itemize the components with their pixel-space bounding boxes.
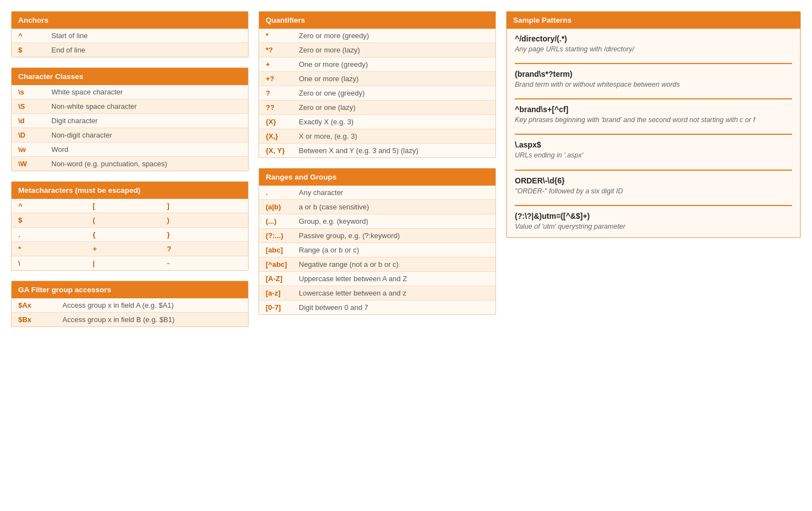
cc-row-2: \d Digit character: [12, 114, 248, 128]
sample-pattern-3: \.aspx$: [515, 140, 792, 149]
sample-desc-1: Brand term with or without whitespace be…: [515, 80, 792, 89]
rg-symbol-0: .: [266, 188, 299, 197]
q-symbol-7: {X,}: [266, 132, 299, 140]
meta-row-3: * + ?: [12, 242, 248, 256]
metacharacters-body: ^ [ ] $ ( ) . { } * + ?: [12, 199, 248, 270]
q-row-5: ?? Zero or one (lazy): [259, 101, 495, 115]
rg-desc-4: Range (a or b or c): [299, 246, 359, 254]
q-row-2: + One or more (greedy): [259, 57, 495, 72]
rg-row-0: . Any character: [259, 186, 495, 200]
cc-symbol-0: \s: [18, 88, 51, 96]
anchor-row-0: ^ Start of line: [12, 29, 248, 43]
rg-desc-6: Uppercase letter between A and Z: [299, 275, 407, 283]
meta-c3-3: ?: [167, 245, 241, 253]
ranges-header: Ranges and Groups: [259, 168, 495, 186]
rg-row-5: [^abc] Negative range (not a or b or c): [259, 257, 495, 272]
sample-item-4: ORDER\-\d{6} "ORDER-" followed by a six …: [515, 176, 792, 196]
rg-desc-3: Passive group, e.g. (?:keyword): [299, 231, 400, 240]
rg-row-2: (...) Group, e.g. (keyword): [259, 214, 495, 229]
character-classes-header: Character Classes: [12, 68, 248, 85]
ga-row-1: $Bx Access group x in field B (e.g. $B1): [12, 313, 248, 326]
sample-desc-4: "ORDER-" followed by a six digit ID: [515, 186, 792, 196]
metacharacters-section: Metacharacters (must be escaped) ^ [ ] $…: [11, 181, 249, 271]
cc-desc-0: White space character: [51, 88, 123, 96]
cc-desc-4: Word: [51, 145, 68, 154]
rg-symbol-2: (...): [266, 217, 299, 225]
metacharacters-header: Metacharacters (must be escaped): [12, 182, 248, 199]
sample-patterns-section: Sample Patterns ^/directory/(.*) Any pag…: [506, 11, 801, 238]
meta-c2-2: {: [93, 230, 167, 239]
q-symbol-3: +?: [266, 75, 299, 83]
meta-row-0: ^ [ ]: [12, 199, 248, 213]
rg-symbol-4: [abc]: [266, 246, 299, 254]
cc-row-0: \s White space character: [12, 85, 248, 99]
cc-desc-3: Non-digit character: [51, 131, 112, 139]
anchor-symbol-0: ^: [18, 31, 51, 40]
sample-pattern-4: ORDER\-\d{6}: [515, 176, 792, 185]
rg-symbol-6: [A-Z]: [266, 275, 299, 283]
ga-row-0: $Ax Access group x in field A (e.g. $A1): [12, 298, 248, 313]
q-symbol-2: +: [266, 60, 299, 69]
ga-filter-body: $Ax Access group x in field A (e.g. $A1)…: [12, 298, 248, 326]
meta-c1-0: ^: [18, 202, 93, 210]
anchors-section: Anchors ^ Start of line $ End of line: [11, 11, 249, 57]
sample-pattern-0: ^/directory/(.*): [515, 34, 792, 43]
rg-desc-0: Any character: [299, 188, 343, 197]
col-right: Sample Patterns ^/directory/(.*) Any pag…: [506, 11, 801, 327]
sample-pattern-5: (?:\?|&)utm=([^&$]+): [515, 212, 792, 220]
rg-symbol-7: [a-z]: [266, 289, 299, 297]
rg-symbol-3: (?:...): [266, 231, 299, 240]
q-row-4: ? Zero or one (greedy): [259, 86, 495, 101]
cc-symbol-1: \S: [18, 102, 51, 110]
meta-c3-1: ): [167, 216, 241, 224]
sample-item-2: ^brand\s+[^cf] Key phrases beginning wit…: [515, 105, 792, 125]
meta-row-2: . { }: [12, 228, 248, 242]
divider-2: [515, 98, 792, 99]
divider-1: [515, 63, 792, 64]
q-symbol-6: {X}: [266, 118, 299, 126]
cc-row-4: \w Word: [12, 143, 248, 157]
q-symbol-0: *: [266, 31, 299, 40]
q-row-0: * Zero or more (greedy): [259, 29, 495, 43]
ga-filter-header: GA Filter group accessors: [12, 281, 248, 298]
divider-3: [515, 134, 792, 135]
quantifiers-section: Quantifiers * Zero or more (greedy) *? Z…: [259, 11, 496, 158]
cc-symbol-3: \D: [18, 131, 51, 139]
meta-row-1: $ ( ): [12, 213, 248, 228]
cc-symbol-2: \d: [18, 117, 51, 125]
rg-row-1: (a|b) a or b (case sensitive): [259, 200, 495, 214]
divider-5: [515, 205, 792, 206]
rg-row-6: [A-Z] Uppercase letter between A and Z: [259, 272, 495, 286]
q-desc-2: One or more (greedy): [299, 60, 368, 69]
meta-c2-4: |: [93, 259, 167, 267]
ga-desc-1: Access group x in field B (e.g. $B1): [62, 315, 175, 324]
q-row-1: *? Zero or more (lazy): [259, 43, 495, 57]
q-desc-3: One or more (lazy): [299, 75, 358, 83]
sample-item-0: ^/directory/(.*) Any page URLs starting …: [515, 34, 792, 54]
ga-filter-section: GA Filter group accessors $Ax Access gro…: [11, 281, 249, 327]
q-row-8: {X, Y} Between X and Y (e.g. 3 and 5) (l…: [259, 144, 495, 157]
sample-desc-2: Key phrases beginning with 'brand' and t…: [515, 115, 792, 125]
sample-patterns-header: Sample Patterns: [507, 12, 800, 29]
anchor-symbol-1: $: [18, 46, 51, 54]
anchors-body: ^ Start of line $ End of line: [12, 29, 248, 57]
rg-desc-5: Negative range (not a or b or c): [299, 260, 399, 268]
meta-c3-4: -: [167, 259, 241, 267]
ga-desc-0: Access group x in field A (e.g. $A1): [62, 301, 174, 309]
meta-c1-3: *: [18, 245, 93, 253]
sample-item-3: \.aspx$ URLs ending in '.aspx': [515, 140, 792, 160]
q-desc-7: X or more, (e.g. 3): [299, 132, 357, 140]
page-layout: Anchors ^ Start of line $ End of line Ch…: [11, 11, 801, 327]
meta-c2-0: [: [93, 202, 167, 210]
meta-c1-2: .: [18, 230, 93, 239]
q-desc-5: Zero or one (lazy): [299, 103, 356, 112]
q-row-6: {X} Exactly X (e.g. 3): [259, 115, 495, 129]
sample-desc-0: Any page URLs starting with /directory/: [515, 44, 792, 54]
quantifiers-header: Quantifiers: [259, 12, 495, 29]
cc-row-5: \W Non-word (e.g. punctuation, spaces): [12, 157, 248, 171]
anchor-row-1: $ End of line: [12, 43, 248, 57]
cc-symbol-4: \w: [18, 145, 51, 154]
rg-row-3: (?:...) Passive group, e.g. (?:keyword): [259, 229, 495, 243]
q-desc-6: Exactly X (e.g. 3): [299, 118, 354, 126]
q-row-3: +? One or more (lazy): [259, 72, 495, 86]
